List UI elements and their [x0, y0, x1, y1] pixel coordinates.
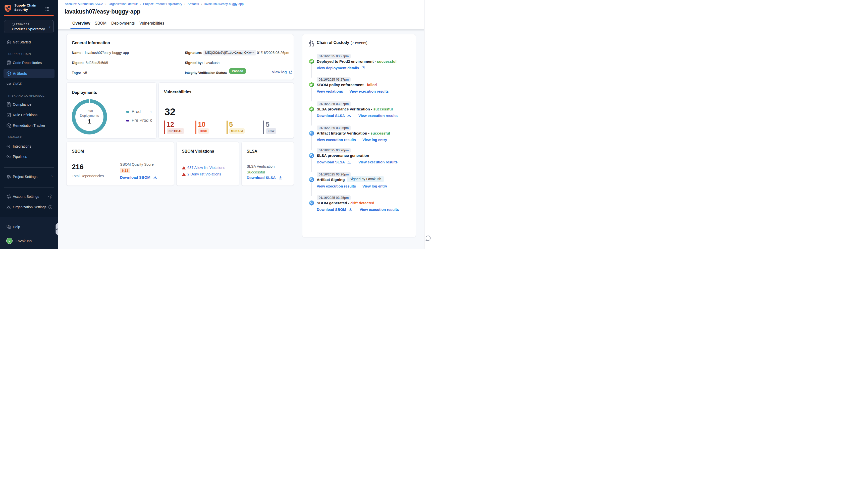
svg-text:?: ?: [8, 225, 9, 227]
